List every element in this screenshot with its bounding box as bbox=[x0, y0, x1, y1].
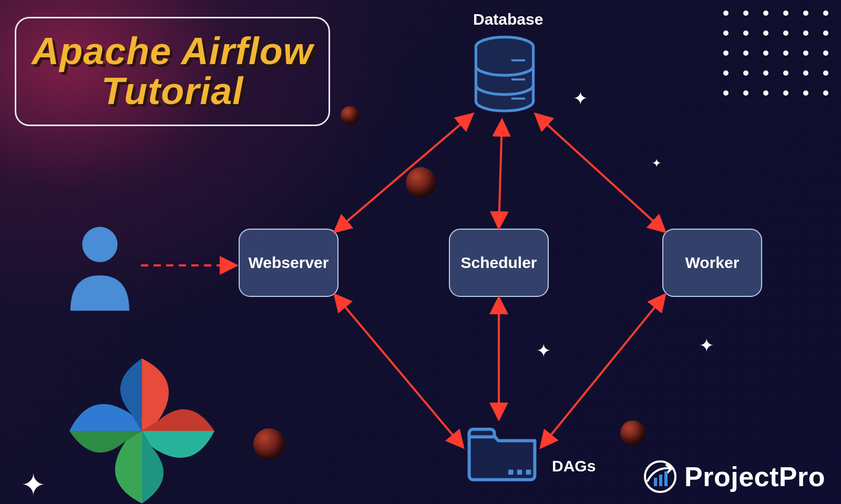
title-line-2: Tutorial bbox=[101, 71, 244, 111]
edge-worker-database bbox=[536, 115, 664, 231]
projectpro-icon bbox=[643, 460, 677, 493]
node-label: Worker bbox=[685, 254, 740, 272]
node-webserver: Webserver bbox=[239, 229, 339, 297]
sparkle-icon: ✦ bbox=[573, 89, 588, 107]
sparkle-icon: ✦ bbox=[699, 336, 714, 354]
edge-webserver-database bbox=[335, 115, 472, 231]
diagram-stage: Apache Airflow Tutorial ✦ ✦ ✦ ✦ ✦ Databa… bbox=[0, 0, 841, 504]
svg-rect-9 bbox=[654, 478, 657, 486]
svg-rect-7 bbox=[526, 470, 531, 475]
title-line-1: Apache Airflow bbox=[32, 32, 313, 71]
database-icon bbox=[470, 35, 539, 119]
planet-decoration bbox=[253, 428, 285, 460]
node-label: Webserver bbox=[249, 254, 329, 272]
node-scheduler: Scheduler bbox=[449, 229, 549, 297]
svg-rect-5 bbox=[508, 470, 514, 475]
airflow-logo-icon bbox=[63, 352, 221, 504]
svg-rect-11 bbox=[664, 471, 668, 486]
sparkle-icon: ✦ bbox=[21, 470, 46, 500]
brand-logo: ProjectPro bbox=[643, 460, 825, 493]
sparkle-icon: ✦ bbox=[536, 342, 551, 359]
svg-rect-6 bbox=[517, 470, 522, 475]
folder-icon bbox=[463, 420, 541, 484]
sparkle-icon: ✦ bbox=[652, 158, 661, 169]
title-card: Apache Airflow Tutorial bbox=[15, 17, 330, 126]
dot-grid-decoration bbox=[723, 11, 828, 96]
edge-worker-dags bbox=[541, 295, 664, 447]
svg-point-0 bbox=[82, 227, 117, 262]
edge-webserver-dags bbox=[335, 295, 463, 447]
svg-rect-10 bbox=[659, 475, 662, 486]
user-icon bbox=[63, 223, 137, 313]
database-label: Database bbox=[473, 11, 543, 28]
planet-decoration bbox=[406, 167, 436, 198]
node-worker: Worker bbox=[662, 229, 762, 297]
node-label: Scheduler bbox=[460, 254, 537, 272]
dags-label: DAGs bbox=[552, 457, 596, 475]
edge-scheduler-database bbox=[499, 121, 502, 227]
brand-name: ProjectPro bbox=[684, 461, 825, 492]
planet-decoration bbox=[620, 420, 645, 446]
planet-decoration bbox=[341, 106, 360, 125]
